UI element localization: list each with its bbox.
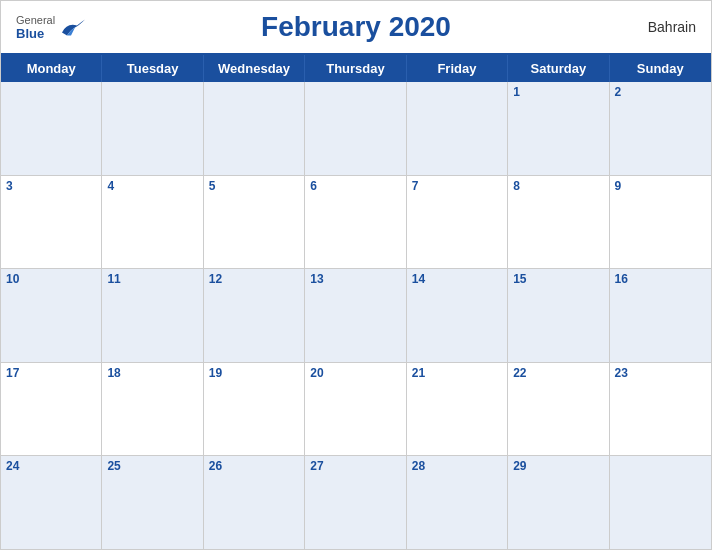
day-cell-1-4 <box>305 82 406 175</box>
day-cell-1-5 <box>407 82 508 175</box>
day-cell-5-6: 29 <box>508 456 609 549</box>
day-cell-4-1: 17 <box>1 363 102 456</box>
day-cell-5-4: 27 <box>305 456 406 549</box>
day-cell-4-5: 21 <box>407 363 508 456</box>
day-cell-4-6: 22 <box>508 363 609 456</box>
day-number-12: 12 <box>209 272 222 286</box>
day-number-20: 20 <box>310 366 323 380</box>
week-row-3: 10111213141516 <box>1 269 711 363</box>
day-number-26: 26 <box>209 459 222 473</box>
day-number-6: 6 <box>310 179 317 193</box>
day-number-16: 16 <box>615 272 628 286</box>
week-row-5: 242526272829 <box>1 456 711 549</box>
day-number-14: 14 <box>412 272 425 286</box>
day-number-18: 18 <box>107 366 120 380</box>
day-number-19: 19 <box>209 366 222 380</box>
logo-wrapper: General Blue <box>16 14 87 41</box>
day-number-4: 4 <box>107 179 114 193</box>
day-cell-4-7: 23 <box>610 363 711 456</box>
day-number-25: 25 <box>107 459 120 473</box>
day-cell-2-1: 3 <box>1 176 102 269</box>
day-cell-3-2: 11 <box>102 269 203 362</box>
day-cell-1-1 <box>1 82 102 175</box>
day-number-5: 5 <box>209 179 216 193</box>
day-cell-3-7: 16 <box>610 269 711 362</box>
day-number-27: 27 <box>310 459 323 473</box>
day-number-28: 28 <box>412 459 425 473</box>
day-cell-4-3: 19 <box>204 363 305 456</box>
day-cell-5-3: 26 <box>204 456 305 549</box>
day-number-9: 9 <box>615 179 622 193</box>
logo-bird-icon <box>57 17 87 37</box>
header-saturday: Saturday <box>508 55 609 82</box>
day-number-15: 15 <box>513 272 526 286</box>
day-cell-2-3: 5 <box>204 176 305 269</box>
day-number-3: 3 <box>6 179 13 193</box>
day-cell-5-2: 25 <box>102 456 203 549</box>
logo-blue: Blue <box>16 26 55 41</box>
header-thursday: Thursday <box>305 55 406 82</box>
week-row-1: 12 <box>1 82 711 176</box>
calendar-header: General Blue February 2020 Bahrain <box>1 1 711 53</box>
header-tuesday: Tuesday <box>102 55 203 82</box>
calendar-grid: Monday Tuesday Wednesday Thursday Friday… <box>1 53 711 549</box>
day-cell-2-5: 7 <box>407 176 508 269</box>
day-cell-2-7: 9 <box>610 176 711 269</box>
weeks-container: 1234567891011121314151617181920212223242… <box>1 82 711 549</box>
day-cell-2-4: 6 <box>305 176 406 269</box>
logo-general: General <box>16 14 55 26</box>
day-number-2: 2 <box>615 85 622 99</box>
day-cell-1-7: 2 <box>610 82 711 175</box>
day-headers-row: Monday Tuesday Wednesday Thursday Friday… <box>1 55 711 82</box>
day-cell-5-1: 24 <box>1 456 102 549</box>
day-cell-3-5: 14 <box>407 269 508 362</box>
logo-area: General Blue <box>16 14 87 41</box>
week-row-2: 3456789 <box>1 176 711 270</box>
day-cell-3-3: 12 <box>204 269 305 362</box>
day-number-13: 13 <box>310 272 323 286</box>
day-cell-5-7 <box>610 456 711 549</box>
day-number-8: 8 <box>513 179 520 193</box>
day-cell-3-6: 15 <box>508 269 609 362</box>
day-number-11: 11 <box>107 272 120 286</box>
day-cell-2-2: 4 <box>102 176 203 269</box>
day-cell-3-4: 13 <box>305 269 406 362</box>
calendar-container: General Blue February 2020 Bahrain Monda… <box>0 0 712 550</box>
day-cell-1-2 <box>102 82 203 175</box>
day-number-7: 7 <box>412 179 419 193</box>
header-wednesday: Wednesday <box>204 55 305 82</box>
header-friday: Friday <box>407 55 508 82</box>
day-number-1: 1 <box>513 85 520 99</box>
calendar-title: February 2020 <box>261 11 451 43</box>
logo-text-block: General Blue <box>16 14 55 41</box>
day-number-17: 17 <box>6 366 19 380</box>
day-number-24: 24 <box>6 459 19 473</box>
day-number-22: 22 <box>513 366 526 380</box>
day-number-23: 23 <box>615 366 628 380</box>
day-cell-5-5: 28 <box>407 456 508 549</box>
day-cell-2-6: 8 <box>508 176 609 269</box>
day-cell-1-3 <box>204 82 305 175</box>
day-cell-4-4: 20 <box>305 363 406 456</box>
day-number-29: 29 <box>513 459 526 473</box>
day-cell-4-2: 18 <box>102 363 203 456</box>
day-number-10: 10 <box>6 272 19 286</box>
day-cell-1-6: 1 <box>508 82 609 175</box>
header-monday: Monday <box>1 55 102 82</box>
week-row-4: 17181920212223 <box>1 363 711 457</box>
day-number-21: 21 <box>412 366 425 380</box>
day-cell-3-1: 10 <box>1 269 102 362</box>
header-sunday: Sunday <box>610 55 711 82</box>
country-label: Bahrain <box>648 19 696 35</box>
